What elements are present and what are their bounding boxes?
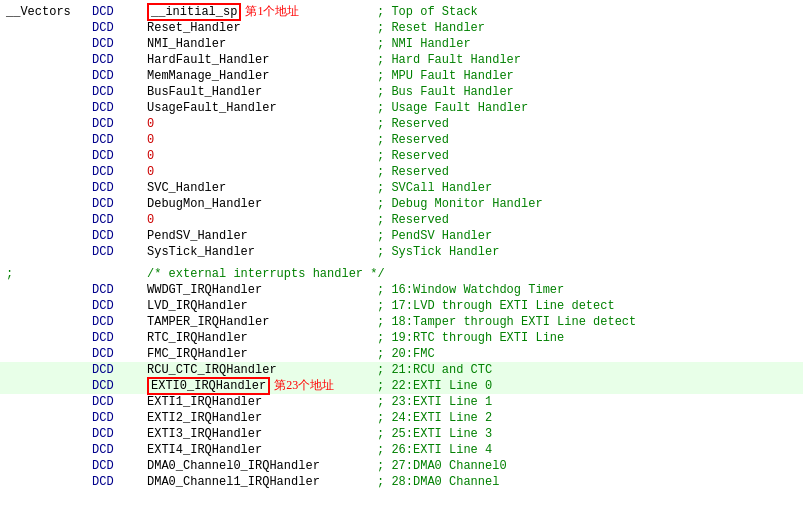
col-instr: DCD [92,117,147,131]
table-row: DCDWWDGT_IRQHandler; 16:Window Watchdog … [0,282,803,298]
col-comment: ; 20:FMC [377,347,435,361]
col-instr: DCD [92,21,147,35]
table-row: DCDDebugMon_Handler; Debug Monitor Handl… [0,196,803,212]
table-row: DCDPendSV_Handler; PendSV Handler [0,228,803,244]
col-comment: ; 22:EXTI Line 0 [377,379,492,393]
col-operand: 0 [147,149,377,163]
table-row: DCD0; Reserved [0,164,803,180]
col-instr: DCD [92,213,147,227]
col-operand: HardFault_Handler [147,53,377,67]
table-row: DCDUsageFault_Handler; Usage Fault Handl… [0,100,803,116]
table-row: DCDDMA0_Channel1_IRQHandler; 28:DMA0 Cha… [0,474,803,490]
col-operand: 0 [147,165,377,179]
col-operand: EXTI3_IRQHandler [147,427,377,441]
col-instr: DCD [92,229,147,243]
table-row: DCDEXTI2_IRQHandler; 24:EXTI Line 2 [0,410,803,426]
col-instr: DCD [92,181,147,195]
col-operand: /* external interrupts handler */ [147,267,377,281]
col-comment: ; Reserved [377,165,449,179]
boxed-operand: __initial_sp [147,3,241,21]
col-instr: DCD [92,165,147,179]
col-comment: ; MPU Fault Handler [377,69,514,83]
col-instr: DCD [92,427,147,441]
col-operand: 0 [147,117,377,131]
col-operand: TAMPER_IRQHandler [147,315,377,329]
col-instr: DCD [92,443,147,457]
col-operand: LVD_IRQHandler [147,299,377,313]
col-comment: ; 25:EXTI Line 3 [377,427,492,441]
col-label: __Vectors [2,5,92,19]
col-instr: DCD [92,149,147,163]
table-row: DCDRCU_CTC_IRQHandler; 21:RCU and CTC [0,362,803,378]
col-operand: __initial_sp第1个地址 [147,3,377,21]
col-comment: ; 19:RTC through EXTI Line [377,331,564,345]
col-operand: FMC_IRQHandler [147,347,377,361]
col-instr: DCD [92,315,147,329]
col-operand: DMA0_Channel1_IRQHandler [147,475,377,489]
col-instr: DCD [92,133,147,147]
col-comment: ; Reserved [377,213,449,227]
col-comment: ; Usage Fault Handler [377,101,528,115]
col-instr: DCD [92,475,147,489]
col-comment: ; Hard Fault Handler [377,53,521,67]
table-row: DCDRTC_IRQHandler; 19:RTC through EXTI L… [0,330,803,346]
col-comment: ; SysTick Handler [377,245,499,259]
table-row: DCD0; Reserved [0,148,803,164]
col-comment: ; 17:LVD through EXTI Line detect [377,299,615,313]
table-row: DCDHardFault_Handler; Hard Fault Handler [0,52,803,68]
table-row: DCDTAMPER_IRQHandler; 18:Tamper through … [0,314,803,330]
table-row: DCDSysTick_Handler; SysTick Handler [0,244,803,260]
table-row: DCDEXTI0_IRQHandler第23个地址; 22:EXTI Line … [0,378,803,394]
col-instr: DCD [92,299,147,313]
col-comment: ; PendSV Handler [377,229,492,243]
col-comment: ; Reserved [377,149,449,163]
table-row: DCDEXTI1_IRQHandler; 23:EXTI Line 1 [0,394,803,410]
table-row: DCDFMC_IRQHandler; 20:FMC [0,346,803,362]
table-row: DCDEXTI4_IRQHandler; 26:EXTI Line 4 [0,442,803,458]
table-row: DCD0; Reserved [0,116,803,132]
boxed-operand: EXTI0_IRQHandler [147,377,270,395]
col-instr: DCD [92,197,147,211]
col-operand: 0 [147,213,377,227]
col-instr: DCD [92,283,147,297]
table-row: DCD0; Reserved [0,132,803,148]
col-operand: 0 [147,133,377,147]
annotation: 第23个地址 [274,378,334,392]
table-row: DCDReset_Handler; Reset Handler [0,20,803,36]
col-operand: MemManage_Handler [147,69,377,83]
col-instr: DCD [92,101,147,115]
col-operand: DMA0_Channel0_IRQHandler [147,459,377,473]
col-operand: EXTI1_IRQHandler [147,395,377,409]
col-instr: DCD [92,331,147,345]
col-comment: ; Bus Fault Handler [377,85,514,99]
col-operand: RCU_CTC_IRQHandler [147,363,377,377]
col-operand: UsageFault_Handler [147,101,377,115]
col-comment: ; 21:RCU and CTC [377,363,492,377]
col-operand: DebugMon_Handler [147,197,377,211]
col-comment: ; 18:Tamper through EXTI Line detect [377,315,636,329]
col-instr: DCD [92,85,147,99]
col-comment: ; 16:Window Watchdog Timer [377,283,564,297]
table-row: DCD0; Reserved [0,212,803,228]
col-instr: DCD [92,459,147,473]
table-row: DCDNMI_Handler; NMI Handler [0,36,803,52]
table-row: DCDBusFault_Handler; Bus Fault Handler [0,84,803,100]
col-comment: ; Reserved [377,133,449,147]
col-operand: WWDGT_IRQHandler [147,283,377,297]
col-comment: ; SVCall Handler [377,181,492,195]
col-instr: DCD [92,395,147,409]
col-instr: DCD [92,347,147,361]
table-row: DCDMemManage_Handler; MPU Fault Handler [0,68,803,84]
col-comment: ; 28:DMA0 Channel [377,475,499,489]
col-comment: ; 26:EXTI Line 4 [377,443,492,457]
col-comment: ; Reset Handler [377,21,485,35]
col-instr: DCD [92,379,147,393]
table-row: DCDSVC_Handler; SVCall Handler [0,180,803,196]
col-instr: DCD [92,53,147,67]
col-operand: PendSV_Handler [147,229,377,243]
col-operand: NMI_Handler [147,37,377,51]
col-operand: RTC_IRQHandler [147,331,377,345]
col-instr: DCD [92,363,147,377]
col-instr: DCD [92,69,147,83]
col-comment: ; Top of Stack [377,5,478,19]
